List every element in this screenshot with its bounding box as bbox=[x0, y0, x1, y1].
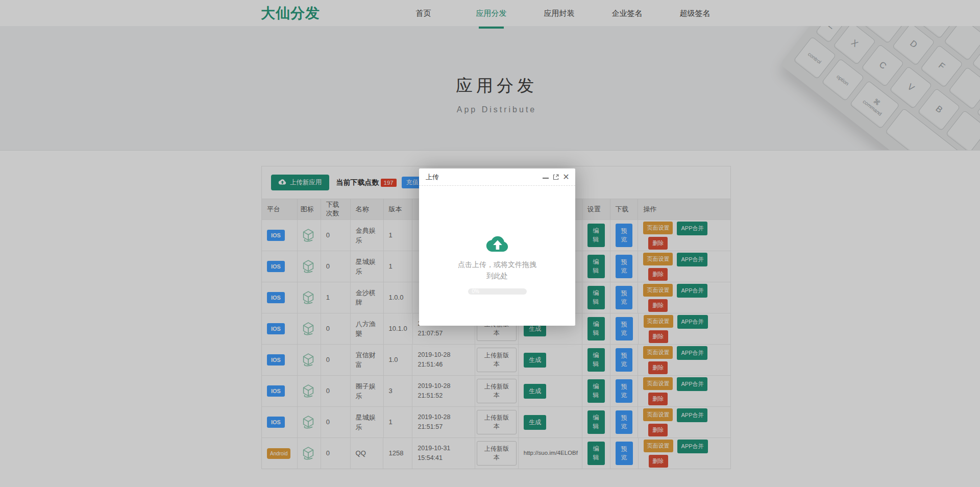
minimize-button[interactable] bbox=[541, 168, 551, 185]
cloud-upload-icon bbox=[485, 245, 509, 254]
maximize-icon bbox=[553, 174, 559, 180]
close-icon: ✕ bbox=[562, 173, 569, 181]
upload-dropzone[interactable]: 点击上传，或将文件拖拽 到此处 0% bbox=[419, 185, 575, 326]
minimize-icon bbox=[543, 178, 549, 179]
close-button[interactable]: ✕ bbox=[561, 168, 571, 185]
maximize-button[interactable] bbox=[551, 168, 561, 185]
progress-percent: 0% bbox=[472, 288, 479, 294]
upload-modal: 上传 ✕ 点击上传，或将文件拖拽 到此处 0% bbox=[419, 168, 575, 326]
upload-progress-bar: 0% bbox=[468, 288, 527, 295]
dropzone-hint: 点击上传，或将文件拖拽 到此处 bbox=[419, 259, 575, 281]
